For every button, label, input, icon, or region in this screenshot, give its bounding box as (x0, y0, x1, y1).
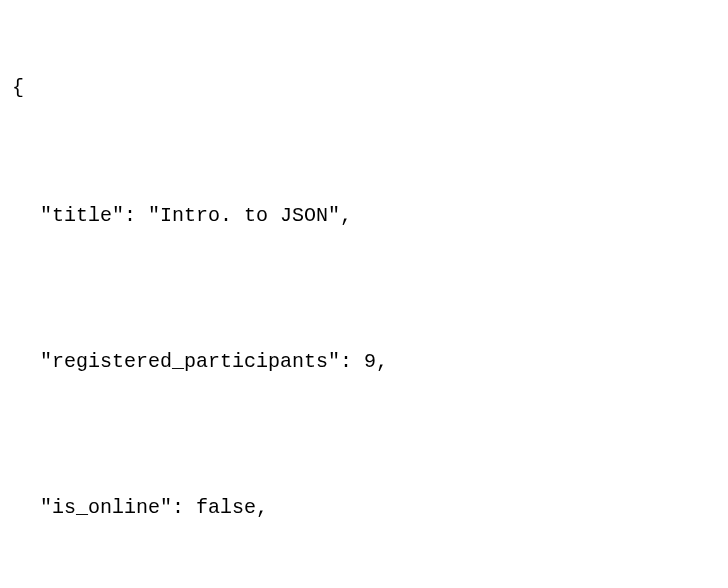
title-text: "title": "Intro. to JSON", (40, 204, 352, 227)
is-online-text: "is_online": false, (40, 496, 268, 519)
registered-participants-pair: "registered_participants": 9, (12, 346, 716, 378)
json-code-block: { "title": "Intro. to JSON", "registered… (12, 8, 716, 588)
title-pair: "title": "Intro. to JSON", (12, 200, 716, 232)
is-online-pair: "is_online": false, (12, 492, 716, 524)
open-brace: { (12, 72, 716, 104)
registered-participants-text: "registered_participants": 9, (40, 350, 388, 373)
